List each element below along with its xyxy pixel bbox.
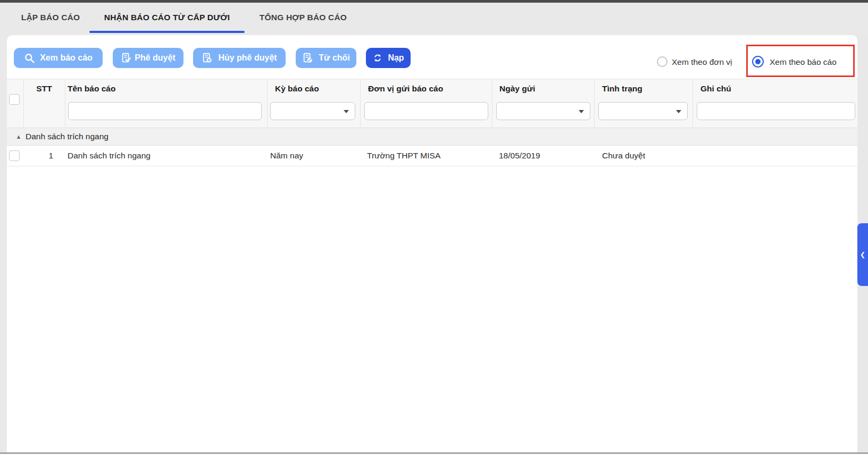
dropdown-arrow-icon [344, 110, 349, 113]
column-separator [492, 79, 493, 128]
cell-don-vi: Trường THPT MISA [367, 146, 440, 166]
report-management-screen: LẬP BÁO CÁO NHẬN BÁO CÁO TỪ CẤP DƯỚI TỔN… [0, 0, 868, 455]
column-separator [360, 79, 361, 128]
filter-input-ghi-chu[interactable] [697, 102, 855, 120]
column-header-ten-bao-cao[interactable]: Tên báo cáo [68, 79, 115, 99]
column-separator [692, 79, 693, 128]
column-header-stt[interactable]: STT [23, 79, 65, 99]
table-row[interactable]: 1 Danh sách trích ngang Năm nay Trường T… [7, 146, 857, 166]
cell-ten-bao-cao: Danh sách trích ngang [68, 146, 151, 166]
load-button[interactable]: Nạp [366, 48, 411, 68]
search-icon [24, 53, 35, 64]
refresh-icon [372, 53, 383, 63]
column-header-don-vi-gui-bao-cao[interactable]: Đơn vị gửi báo cáo [368, 79, 443, 99]
active-tab-underline [89, 31, 245, 33]
select-all-checkbox[interactable] [9, 94, 20, 105]
column-separator [594, 79, 595, 128]
unapprove-button[interactable]: Hủy phê duyệt [193, 48, 286, 68]
chevron-left-icon: ❮ [860, 251, 865, 258]
tab-tong-hop-bao-cao[interactable]: TỔNG HỢP BÁO CÁO [251, 3, 355, 32]
document-reject-icon [302, 52, 314, 64]
load-label: Nạp [388, 53, 404, 63]
dropdown-arrow-icon [579, 110, 584, 113]
filter-select-ngay-gui[interactable] [496, 102, 590, 120]
radio-xem-theo-bao-cao-label[interactable]: Xem theo báo cáo [770, 57, 837, 67]
radio-xem-theo-don-vi-label[interactable]: Xem theo đơn vị [672, 57, 732, 67]
view-report-label: Xem báo cáo [40, 53, 93, 63]
approve-label: Phê duyệt [135, 53, 175, 63]
cell-stt: 1 [23, 146, 53, 166]
unapprove-label: Hủy phê duyệt [218, 53, 277, 63]
tab-lap-bao-cao[interactable]: LẬP BÁO CÁO [15, 3, 86, 32]
reject-button[interactable]: Từ chối [296, 48, 356, 68]
filter-select-tinh-trang[interactable] [598, 102, 688, 120]
cell-tinh-trang: Chưa duyệt [602, 146, 645, 166]
cell-ky-bao-cao: Năm nay [270, 146, 303, 166]
filter-select-ky-bao-cao[interactable] [270, 102, 355, 120]
column-header-ky-bao-cao[interactable]: Kỳ báo cáo [275, 79, 319, 99]
reject-label: Từ chối [319, 53, 350, 63]
dropdown-arrow-icon [676, 110, 681, 113]
side-panel-toggle[interactable]: ❮ [857, 223, 868, 286]
column-header-ngay-gui[interactable]: Ngày gửi [499, 79, 535, 99]
filter-input-don-vi[interactable] [364, 102, 488, 120]
document-cancel-icon [202, 52, 213, 64]
radio-xem-theo-don-vi[interactable] [657, 56, 667, 67]
column-separator [65, 79, 65, 128]
filter-input-ten-bao-cao[interactable] [68, 102, 262, 120]
row-checkbox[interactable] [9, 150, 20, 161]
radio-xem-theo-bao-cao[interactable] [752, 56, 764, 68]
column-header-ghi-chu[interactable]: Ghi chú [700, 79, 731, 99]
approve-button[interactable]: Phê duyệt [113, 48, 183, 68]
document-check-icon [121, 52, 132, 64]
group-row[interactable]: ▲ Danh sách trích ngang [7, 128, 857, 146]
tab-nhan-bao-cao-tu-cap-duoi[interactable]: NHẬN BÁO CÁO TỪ CẤP DƯỚI [89, 3, 245, 32]
collapse-caret-icon[interactable]: ▲ [11, 128, 27, 145]
column-separator [267, 79, 268, 128]
radio-selected-dot [755, 59, 761, 64]
view-report-button[interactable]: Xem báo cáo [14, 48, 103, 68]
column-header-tinh-trang[interactable]: Tình trạng [602, 79, 642, 99]
group-label: Danh sách trích ngang [26, 132, 108, 141]
cell-ngay-gui: 18/05/2019 [499, 146, 540, 166]
